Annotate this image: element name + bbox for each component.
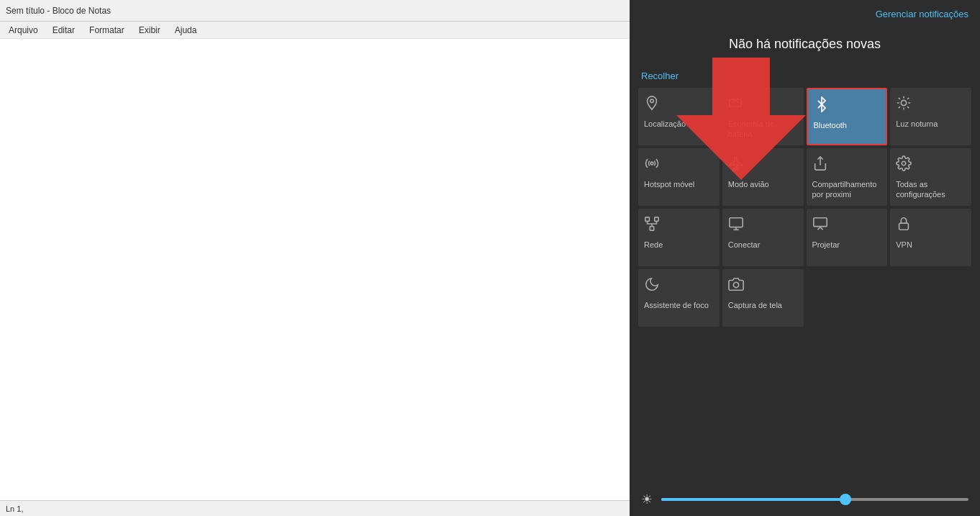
quick-action-hotspot-movel[interactable]: Hotspot móvel (638, 148, 720, 206)
compartilhamento-label: Compartilhamento por proximi (812, 179, 882, 200)
rede-label: Rede (644, 240, 663, 250)
quick-action-conectar[interactable]: Conectar (722, 209, 804, 266)
vpn-icon (896, 216, 912, 234)
svg-rect-16 (655, 217, 659, 222)
svg-rect-19 (730, 218, 743, 227)
quick-action-bluetooth[interactable]: Bluetooth (807, 88, 888, 145)
svg-line-10 (899, 107, 900, 108)
assistente-foco-icon (644, 276, 660, 294)
brightness-slider[interactable] (661, 498, 968, 501)
hotspot-movel-icon (644, 155, 660, 173)
action-center-header: Gerenciar notificações (630, 0, 980, 25)
quick-action-projetar[interactable]: Projetar (807, 209, 888, 266)
economia-bateria-label: Economia de bateria (728, 119, 798, 140)
conectar-label: Conectar (728, 240, 761, 250)
notepad-window: Sem título - Bloco de Notas Arquivo Edit… (0, 0, 630, 516)
no-notifications-text: Não há notificações novas (630, 25, 980, 66)
vpn-label: VPN (896, 240, 912, 250)
quick-action-todas-configuracoes[interactable]: Todas as configurações (890, 148, 971, 206)
projetar-label: Projetar (812, 240, 840, 250)
todas-configuracoes-label: Todas as configurações (896, 179, 966, 200)
bluetooth-icon (814, 96, 830, 114)
brightness-row: ☀ (630, 477, 980, 516)
notepad-editor[interactable] (0, 39, 630, 500)
menu-arquivo[interactable]: Arquivo (3, 24, 44, 37)
luz-noturna-icon (896, 95, 912, 113)
rede-icon (644, 216, 660, 234)
brightness-icon: ☀ (641, 492, 653, 507)
menu-formatar[interactable]: Formatar (83, 24, 130, 37)
captura-tela-label: Captura de tela (728, 300, 782, 310)
quick-action-economia-bateria[interactable]: Economia de bateria (722, 88, 804, 145)
quick-action-rede[interactable]: Rede (638, 209, 720, 266)
brightness-fill (661, 498, 845, 501)
recolher-link[interactable]: Recolher (641, 71, 679, 81)
svg-line-6 (899, 98, 900, 99)
notepad-titlebar: Sem título - Bloco de Notas (0, 0, 630, 22)
localizacao-label: Localização (644, 119, 686, 129)
notepad-menubar: Arquivo Editar Formatar Exibir Ajuda (0, 22, 630, 39)
brightness-thumb[interactable] (840, 494, 851, 505)
svg-point-12 (650, 162, 653, 165)
svg-line-11 (907, 98, 909, 99)
status-line: Ln 1, (6, 504, 23, 513)
svg-point-1 (650, 99, 654, 103)
svg-point-14 (902, 161, 907, 166)
svg-rect-22 (813, 218, 826, 227)
localizacao-icon (644, 95, 660, 113)
assistente-foco-label: Assistente de foco (644, 300, 709, 310)
recolher-row: Recolher (630, 66, 980, 88)
menu-ajuda[interactable]: Ajuda (169, 24, 203, 37)
svg-rect-17 (650, 227, 654, 231)
modo-aviao-icon (728, 155, 744, 173)
hotspot-movel-label: Hotspot móvel (644, 179, 694, 189)
quick-action-localizacao[interactable]: Localização (638, 88, 720, 145)
economia-bateria-icon (728, 95, 744, 113)
projetar-icon (812, 216, 828, 234)
quick-action-compartilhamento[interactable]: Compartilhamento por proximi (807, 148, 888, 206)
svg-point-24 (733, 282, 738, 287)
manage-notifications-link[interactable]: Gerenciar notificações (876, 9, 968, 19)
menu-editar[interactable]: Editar (47, 24, 81, 37)
quick-actions-grid: LocalizaçãoEconomia de bateriaBluetoothL… (630, 88, 980, 327)
svg-rect-15 (645, 217, 650, 222)
bluetooth-label: Bluetooth (814, 120, 847, 130)
luz-noturna-label: Luz noturna (896, 119, 938, 129)
menu-exibir[interactable]: Exibir (133, 24, 166, 37)
svg-point-3 (902, 100, 907, 105)
svg-line-7 (907, 107, 909, 108)
quick-action-vpn[interactable]: VPN (890, 209, 971, 266)
quick-action-assistente-foco[interactable]: Assistente de foco (638, 269, 720, 327)
action-center-panel: Gerenciar notificações Não há notificaçõ… (630, 0, 980, 516)
modo-aviao-label: Modo avião (728, 179, 769, 189)
notepad-title: Sem título - Bloco de Notas (6, 6, 111, 16)
svg-rect-23 (899, 223, 909, 230)
quick-action-captura-tela[interactable]: Captura de tela (722, 269, 804, 327)
quick-action-luz-noturna[interactable]: Luz noturna (890, 88, 971, 145)
quick-action-modo-aviao[interactable]: Modo avião (722, 148, 804, 206)
todas-configuracoes-icon (896, 155, 912, 173)
compartilhamento-icon (812, 155, 828, 173)
captura-tela-icon (728, 276, 744, 294)
notepad-statusbar: Ln 1, (0, 500, 630, 516)
conectar-icon (728, 216, 744, 234)
